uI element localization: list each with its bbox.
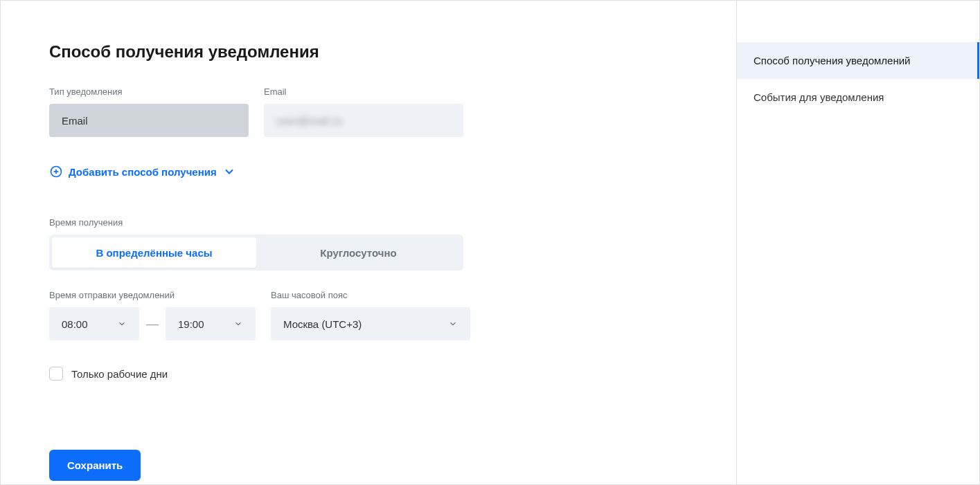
time-range-dash: —	[146, 317, 159, 331]
page-title: Способ получения уведомления	[49, 42, 688, 62]
time-from-value: 08:00	[62, 318, 88, 330]
checkbox-box	[49, 367, 63, 381]
sidebar: Способ получения уведомлений События для…	[737, 1, 979, 484]
chevron-down-icon	[117, 319, 127, 329]
workdays-only-label: Только рабочие дни	[71, 368, 168, 380]
segment-specific-hours[interactable]: В определённые часы	[52, 237, 256, 268]
notification-type-label: Тип уведомления	[49, 86, 249, 97]
chevron-down-icon	[222, 165, 236, 179]
chevron-down-icon	[233, 319, 243, 329]
timezone-select[interactable]: Москва (UTC+3)	[271, 307, 470, 340]
time-to-select[interactable]: 19:00	[166, 307, 256, 340]
plus-circle-icon	[49, 165, 63, 179]
add-method-button[interactable]: Добавить способ получения	[49, 165, 236, 179]
timezone-label: Ваш часовой пояс	[271, 290, 470, 300]
receive-time-label: Время получения	[49, 217, 688, 228]
segment-all-day[interactable]: Круглосуточно	[256, 237, 461, 268]
save-button[interactable]: Сохранить	[49, 450, 141, 481]
notification-type-select: Email	[49, 104, 249, 137]
email-field: user@mail.ru	[264, 104, 463, 137]
sidebar-item-method[interactable]: Способ получения уведомлений	[737, 42, 979, 79]
add-method-label: Добавить способ получения	[69, 166, 217, 178]
timezone-value: Москва (UTC+3)	[283, 318, 362, 330]
time-from-select[interactable]: 08:00	[49, 307, 139, 340]
workdays-only-checkbox[interactable]: Только рабочие дни	[49, 367, 688, 381]
send-time-label: Время отправки уведомлений	[49, 290, 256, 300]
receive-time-segmented: В определённые часы Круглосуточно	[49, 235, 463, 271]
sidebar-item-events[interactable]: События для уведомления	[737, 79, 979, 116]
time-to-value: 19:00	[178, 318, 204, 330]
notification-type-value: Email	[62, 115, 88, 127]
email-value: user@mail.ru	[276, 115, 342, 127]
chevron-down-icon	[448, 319, 458, 329]
email-label: Email	[264, 86, 463, 97]
main-content: Способ получения уведомления Тип уведомл…	[1, 1, 737, 484]
